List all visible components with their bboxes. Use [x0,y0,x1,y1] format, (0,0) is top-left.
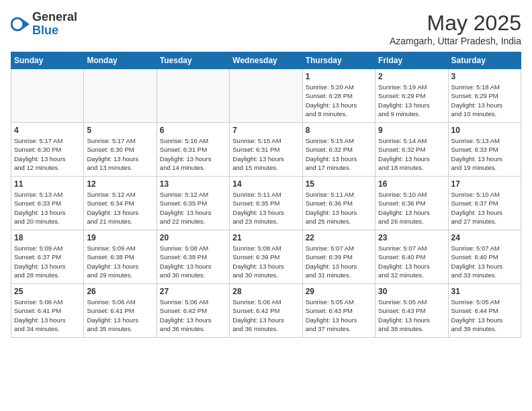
calendar-cell: 20Sunrise: 5:08 AM Sunset: 6:38 PM Dayli… [157,230,229,284]
day-number: 31 [451,287,518,296]
calendar-cell: 28Sunrise: 5:06 AM Sunset: 6:42 PM Dayli… [230,284,302,338]
calendar-header-thursday: Thursday [302,52,375,69]
day-info: Sunrise: 5:08 AM Sunset: 6:38 PM Dayligh… [160,244,226,279]
day-number: 13 [160,179,226,189]
calendar-cell [84,69,157,123]
calendar-cell: 3Sunrise: 5:18 AM Sunset: 6:29 PM Daylig… [448,69,521,123]
day-number: 2 [378,72,445,81]
calendar-cell: 13Sunrise: 5:12 AM Sunset: 6:35 PM Dayli… [157,177,229,230]
calendar-cell: 25Sunrise: 5:06 AM Sunset: 6:41 PM Dayli… [11,284,84,338]
day-info: Sunrise: 5:09 AM Sunset: 6:38 PM Dayligh… [87,244,153,279]
calendar-cell: 4Sunrise: 5:17 AM Sunset: 6:30 PM Daylig… [11,123,84,177]
calendar-header-tuesday: Tuesday [157,52,229,69]
page: General Blue May 2025 Azamgarh, Uttar Pr… [0,0,532,349]
calendar-cell: 12Sunrise: 5:12 AM Sunset: 6:34 PM Dayli… [84,177,157,230]
day-number: 19 [87,233,153,242]
logo-blue-text: Blue [32,24,58,37]
calendar-cell: 29Sunrise: 5:05 AM Sunset: 6:43 PM Dayli… [302,284,375,338]
calendar-header-friday: Friday [375,52,448,69]
calendar-cell: 27Sunrise: 5:06 AM Sunset: 6:42 PM Dayli… [157,284,229,338]
day-info: Sunrise: 5:07 AM Sunset: 6:40 PM Dayligh… [451,244,518,279]
day-info: Sunrise: 5:14 AM Sunset: 6:32 PM Dayligh… [378,136,445,172]
calendar-cell [157,69,229,123]
day-info: Sunrise: 5:05 AM Sunset: 6:43 PM Dayligh… [306,298,372,333]
calendar-header-wednesday: Wednesday [230,52,302,69]
day-number: 9 [378,126,445,135]
day-info: Sunrise: 5:06 AM Sunset: 6:41 PM Dayligh… [14,298,81,333]
calendar-header-row: SundayMondayTuesdayWednesdayThursdayFrid… [11,52,521,69]
logo-general-text: General [32,10,77,24]
day-number: 12 [87,179,153,189]
month-title: May 2025 [390,11,521,36]
day-info: Sunrise: 5:08 AM Sunset: 6:39 PM Dayligh… [232,244,299,279]
svg-point-0 [11,18,24,30]
day-info: Sunrise: 5:18 AM Sunset: 6:29 PM Dayligh… [451,83,518,118]
day-number: 6 [160,126,226,135]
calendar-cell: 24Sunrise: 5:07 AM Sunset: 6:40 PM Dayli… [448,230,521,284]
day-number: 28 [232,287,299,296]
day-info: Sunrise: 5:06 AM Sunset: 6:42 PM Dayligh… [160,298,226,333]
day-number: 23 [378,233,445,242]
calendar-cell: 8Sunrise: 5:15 AM Sunset: 6:32 PM Daylig… [302,123,375,177]
day-info: Sunrise: 5:07 AM Sunset: 6:40 PM Dayligh… [378,244,445,279]
calendar-cell: 14Sunrise: 5:11 AM Sunset: 6:35 PM Dayli… [230,177,302,230]
calendar-cell: 21Sunrise: 5:08 AM Sunset: 6:39 PM Dayli… [230,230,302,284]
calendar-cell: 9Sunrise: 5:14 AM Sunset: 6:32 PM Daylig… [375,123,448,177]
calendar-cell: 1Sunrise: 5:20 AM Sunset: 6:28 PM Daylig… [302,69,375,123]
day-number: 5 [87,126,153,135]
title-block: May 2025 Azamgarh, Uttar Pradesh, India [390,11,521,46]
calendar-cell: 11Sunrise: 5:13 AM Sunset: 6:33 PM Dayli… [11,177,84,230]
day-info: Sunrise: 5:19 AM Sunset: 6:29 PM Dayligh… [378,83,445,118]
calendar-cell: 31Sunrise: 5:05 AM Sunset: 6:44 PM Dayli… [448,284,521,338]
day-info: Sunrise: 5:15 AM Sunset: 6:31 PM Dayligh… [232,136,299,172]
day-number: 27 [160,287,226,296]
day-info: Sunrise: 5:09 AM Sunset: 6:37 PM Dayligh… [14,244,81,279]
day-number: 17 [451,179,518,189]
calendar-cell: 15Sunrise: 5:11 AM Sunset: 6:36 PM Dayli… [302,177,375,230]
calendar-table: SundayMondayTuesdayWednesdayThursdayFrid… [11,52,521,338]
day-number: 20 [160,233,226,242]
calendar-cell: 22Sunrise: 5:07 AM Sunset: 6:39 PM Dayli… [302,230,375,284]
calendar-cell: 18Sunrise: 5:09 AM Sunset: 6:37 PM Dayli… [11,230,84,284]
day-info: Sunrise: 5:05 AM Sunset: 6:44 PM Dayligh… [451,298,518,333]
day-number: 3 [451,72,518,81]
logo-icon [11,15,30,34]
day-number: 4 [14,126,81,135]
calendar-week-4: 25Sunrise: 5:06 AM Sunset: 6:41 PM Dayli… [11,284,521,338]
day-info: Sunrise: 5:11 AM Sunset: 6:35 PM Dayligh… [232,190,299,226]
calendar-header-monday: Monday [84,52,157,69]
day-number: 30 [378,287,445,296]
calendar-cell: 2Sunrise: 5:19 AM Sunset: 6:29 PM Daylig… [375,69,448,123]
calendar-cell: 30Sunrise: 5:05 AM Sunset: 6:43 PM Dayli… [375,284,448,338]
day-info: Sunrise: 5:06 AM Sunset: 6:42 PM Dayligh… [232,298,299,333]
calendar-week-3: 18Sunrise: 5:09 AM Sunset: 6:37 PM Dayli… [11,230,521,284]
calendar-cell: 17Sunrise: 5:10 AM Sunset: 6:37 PM Dayli… [448,177,521,230]
calendar-cell: 10Sunrise: 5:13 AM Sunset: 6:33 PM Dayli… [448,123,521,177]
day-number: 11 [14,179,81,189]
day-number: 15 [306,179,372,189]
day-info: Sunrise: 5:12 AM Sunset: 6:35 PM Dayligh… [160,190,226,226]
day-number: 14 [232,179,299,189]
calendar-cell [11,69,84,123]
day-number: 22 [306,233,372,242]
calendar-header-saturday: Saturday [448,52,521,69]
day-number: 18 [14,233,81,242]
day-info: Sunrise: 5:07 AM Sunset: 6:39 PM Dayligh… [306,244,372,279]
calendar-cell: 5Sunrise: 5:17 AM Sunset: 6:30 PM Daylig… [84,123,157,177]
day-info: Sunrise: 5:13 AM Sunset: 6:33 PM Dayligh… [14,190,81,226]
day-info: Sunrise: 5:17 AM Sunset: 6:30 PM Dayligh… [14,136,81,172]
day-number: 25 [14,287,81,296]
calendar-week-1: 4Sunrise: 5:17 AM Sunset: 6:30 PM Daylig… [11,123,521,177]
calendar-cell: 16Sunrise: 5:10 AM Sunset: 6:36 PM Dayli… [375,177,448,230]
day-number: 29 [306,287,372,296]
calendar-cell [230,69,302,123]
day-info: Sunrise: 5:10 AM Sunset: 6:37 PM Dayligh… [451,190,518,226]
day-info: Sunrise: 5:05 AM Sunset: 6:43 PM Dayligh… [378,298,445,333]
calendar-cell: 19Sunrise: 5:09 AM Sunset: 6:38 PM Dayli… [84,230,157,284]
calendar-cell: 26Sunrise: 5:06 AM Sunset: 6:41 PM Dayli… [84,284,157,338]
day-number: 26 [87,287,153,296]
day-number: 10 [451,126,518,135]
day-info: Sunrise: 5:06 AM Sunset: 6:41 PM Dayligh… [87,298,153,333]
day-info: Sunrise: 5:11 AM Sunset: 6:36 PM Dayligh… [306,190,372,226]
location-title: Azamgarh, Uttar Pradesh, India [390,36,521,46]
